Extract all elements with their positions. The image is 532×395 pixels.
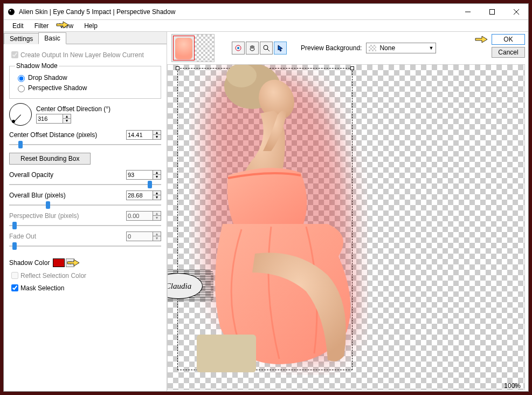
fade-out-input [127,232,153,241]
preview-background-label: Preview Background: [301,44,362,52]
preview-background-select[interactable]: None ▼ [366,43,436,53]
hand-tool[interactable] [246,42,259,55]
reflect-selection-color-checkbox [11,272,18,279]
perspective-blur-slider [9,221,161,230]
center-offset-distance-input[interactable] [127,131,153,139]
overall-blur-label: Overall Blur (pixels) [9,192,66,199]
arrow-tool[interactable] [274,42,287,55]
menu-bar: Edit Filter View Help [4,20,528,32]
close-button[interactable] [504,4,528,19]
window-title: Alien Skin | Eye Candy 5 Impact | Perspe… [19,8,175,16]
svg-rect-13 [197,335,256,372]
svg-point-11 [226,64,257,87]
create-output-checkbox [11,51,18,58]
svg-rect-3 [489,9,494,14]
maximize-button[interactable] [480,4,504,19]
mask-selection-label: Mask Selection [20,284,64,292]
center-offset-distance-slider[interactable] [9,140,161,149]
svg-point-8 [264,45,268,50]
settings-panel: Settings Basic Create Output In New Laye… [4,32,167,391]
perspective-blur-label: Perspective Blur (pixels) [9,212,79,220]
minimize-button[interactable] [455,4,480,19]
center-offset-distance-label: Center Offset Distance (pixels) [9,131,97,139]
center-offset-direction-input[interactable] [37,114,63,123]
radio-drop-shadow[interactable] [18,75,25,82]
zoom-level: 100% [504,382,521,390]
preview-panel: OK Cancel [167,32,528,391]
spin-down-icon: ▼ [153,216,161,220]
app-window: Alien Skin | Eye Candy 5 Impact | Perspe… [3,3,529,392]
reflect-selection-color-label: Reflect Selection Color [20,272,86,280]
overall-opacity-label: Overall Opacity [9,171,53,179]
tab-settings[interactable]: Settings [4,33,39,44]
preview-toolbar [232,42,287,55]
overall-blur-slider[interactable] [9,200,161,210]
shadow-mode-legend: Shadow Mode [15,62,59,70]
fade-out-slider [9,241,161,251]
radio-perspective-shadow-label: Perspective Shadow [28,84,87,92]
shadow-mode-group: Shadow Mode Drop Shadow Perspective Shad… [9,62,161,99]
shadow-color-swatch[interactable] [53,258,65,267]
shadow-color-label: Shadow Color [9,259,50,267]
perspective-blur-input [127,212,153,220]
menu-help[interactable]: Help [79,21,103,31]
spin-up-icon[interactable]: ▲ [153,131,161,135]
ok-button[interactable]: OK [492,34,525,45]
chevron-down-icon: ▼ [429,45,433,51]
overall-opacity-input[interactable] [127,171,153,179]
preview-background-value: None [379,44,395,52]
svg-line-9 [267,49,270,51]
spin-up-icon: ▲ [153,232,161,236]
spin-down-icon[interactable]: ▼ [153,135,161,139]
app-icon [7,8,16,16]
overall-blur-input[interactable] [127,191,153,200]
preview-thumbnail[interactable] [171,34,215,62]
shadow-color-dropdown[interactable]: ▼ [66,258,74,267]
window-controls [455,4,528,19]
svg-point-1 [10,10,11,11]
bounding-box-handle[interactable] [176,66,179,70]
menu-view[interactable]: View [54,21,79,31]
center-offset-direction-label: Center Offset Direction (°) [36,105,110,113]
spin-up-icon[interactable]: ▲ [153,191,161,195]
radio-perspective-shadow[interactable] [18,85,25,92]
spin-up-icon[interactable]: ▲ [153,171,161,175]
spin-up-icon[interactable]: ▲ [63,114,71,119]
cancel-button[interactable]: Cancel [492,47,525,58]
title-bar: Alien Skin | Eye Candy 5 Impact | Perspe… [4,4,528,20]
reset-bounding-box-button[interactable]: Reset Bounding Box [9,153,91,165]
color-picker-tool[interactable] [232,42,245,55]
spin-up-icon: ▲ [153,212,161,216]
menu-filter[interactable]: Filter [29,21,54,31]
preview-subject [190,64,368,375]
spin-down-icon: ▼ [153,236,161,241]
fade-out-label: Fade Out [9,233,36,240]
spin-down-icon[interactable]: ▼ [153,195,161,200]
mask-selection-checkbox[interactable] [11,284,18,291]
tab-body-basic: Create Output In New Layer Below Current… [4,44,167,391]
tabs: Settings Basic [4,32,167,44]
menu-edit[interactable]: Edit [7,21,29,31]
zoom-tool[interactable] [260,42,273,55]
svg-point-0 [8,9,15,15]
angle-dial[interactable] [9,103,32,126]
tab-basic[interactable]: Basic [38,32,66,44]
radio-drop-shadow-label: Drop Shadow [28,74,67,81]
spin-down-icon[interactable]: ▼ [63,119,71,123]
svg-point-7 [237,47,239,49]
overall-opacity-slider[interactable] [9,180,161,189]
create-output-label: Create Output In New Layer Below Current [20,51,144,59]
checker-icon [369,45,376,51]
spin-down-icon[interactable]: ▼ [153,175,161,179]
preview-canvas[interactable]: Claudia [167,64,525,390]
